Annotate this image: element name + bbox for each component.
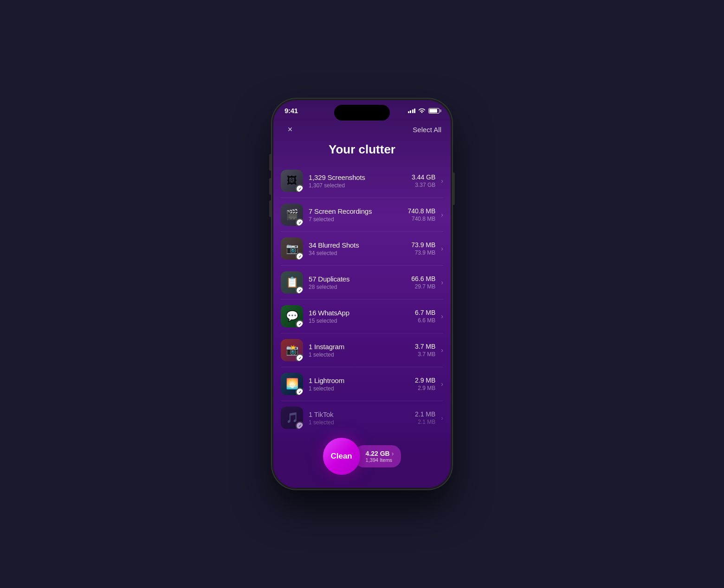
item-checkmark [296, 185, 303, 192]
item-size-selected: 2.1 MB [415, 419, 435, 425]
item-name: 34 Blurred Shots [309, 241, 411, 249]
item-size-selected: 3.37 GB [412, 182, 435, 188]
item-icon-wrapper: 📷 [281, 237, 303, 260]
chevron-right-icon: › [441, 177, 443, 185]
close-button[interactable]: × [283, 122, 297, 137]
item-subtitle: 1,307 selected [309, 182, 412, 189]
chevron-right-icon: › [441, 380, 443, 388]
item-info: 1 Instagram 1 selected [309, 343, 415, 358]
checkmark-icon [297, 355, 303, 361]
item-icon-wrapper: 📋 [281, 271, 303, 294]
item-name: 1,329 Screenshots [309, 173, 412, 181]
item-size-info: 2.1 MB 2.1 MB [415, 410, 435, 425]
summary-items: 1,394 Items [366, 457, 392, 463]
item-size-total: 740.8 MB [407, 207, 435, 215]
item-info: 1 Lightroom 1 selected [309, 377, 415, 392]
item-size-selected: 73.9 MB [411, 249, 435, 256]
item-size-total: 73.9 MB [411, 241, 435, 249]
item-icon-wrapper: 🎬 [281, 204, 303, 226]
item-subtitle: 28 selected [309, 284, 411, 290]
item-size-total: 3.44 GB [412, 173, 435, 181]
checkmark-icon [297, 422, 303, 429]
summary-chevron-icon: › [392, 450, 394, 457]
chevron-right-icon: › [441, 279, 443, 286]
item-size-selected: 29.7 MB [411, 283, 435, 290]
battery-icon [428, 108, 440, 114]
item-size-info: 3.7 MB 3.7 MB [415, 343, 435, 358]
item-info: 57 Duplicates 28 selected [309, 275, 411, 290]
list-item[interactable]: 📸 1 Instagram 1 selected 3.7 MB 3.7 MB › [281, 333, 443, 367]
item-icon-wrapper: 💬 [281, 305, 303, 327]
phone-frame: 9:41 × Select All Your clutter [272, 98, 452, 490]
item-size-info: 6.7 MB 6.6 MB [415, 309, 435, 324]
list-item[interactable]: 🖼 1,329 Screenshots 1,307 selected 3.44 … [281, 164, 443, 198]
item-info: 16 WhatsApp 15 selected [309, 309, 415, 324]
item-checkmark [296, 354, 303, 361]
item-info: 7 Screen Recordings 7 selected [309, 207, 407, 223]
dynamic-island [334, 105, 390, 121]
item-checkmark [296, 388, 303, 395]
clean-button[interactable]: Clean [323, 438, 360, 475]
checkmark-icon [297, 253, 303, 260]
summary-size: 4.22 GB [366, 450, 390, 457]
item-subtitle: 7 selected [309, 216, 407, 223]
status-time: 9:41 [284, 107, 298, 115]
chevron-right-icon: › [441, 211, 443, 218]
item-size-info: 740.8 MB 740.8 MB [407, 207, 435, 222]
item-subtitle: 1 selected [309, 385, 415, 392]
item-size-selected: 3.7 MB [415, 351, 435, 358]
checkmark-icon [297, 287, 303, 294]
list-item[interactable]: 📷 34 Blurred Shots 34 selected 73.9 MB 7… [281, 232, 443, 266]
item-subtitle: 15 selected [309, 318, 415, 324]
item-size-selected: 2.9 MB [415, 385, 435, 391]
item-name: 1 Lightroom [309, 377, 415, 384]
item-icon-wrapper: 🎵 [281, 407, 303, 429]
item-size-selected: 6.6 MB [415, 317, 435, 324]
item-name: 7 Screen Recordings [309, 207, 407, 215]
item-info: 1 TikTok 1 selected [309, 410, 415, 426]
chevron-right-icon: › [441, 414, 443, 422]
checkmark-icon [297, 185, 303, 192]
summary-pill[interactable]: 4.22 GB › 1,394 Items [355, 445, 401, 467]
item-icon-wrapper: 📸 [281, 339, 303, 361]
item-size-info: 2.9 MB 2.9 MB [415, 377, 435, 391]
item-size-total: 6.7 MB [415, 309, 435, 316]
signal-icon [408, 109, 416, 113]
item-size-selected: 740.8 MB [407, 216, 435, 222]
list-item[interactable]: 💬 16 WhatsApp 15 selected 6.7 MB 6.6 MB … [281, 300, 443, 333]
item-checkmark [296, 218, 303, 226]
item-subtitle: 1 selected [309, 419, 415, 426]
chevron-right-icon: › [441, 245, 443, 252]
item-name: 1 TikTok [309, 410, 415, 418]
item-info: 1,329 Screenshots 1,307 selected [309, 173, 412, 189]
item-size-info: 73.9 MB 73.9 MB [411, 241, 435, 256]
item-size-info: 3.44 GB 3.37 GB [412, 173, 435, 188]
checkmark-icon [297, 389, 303, 395]
item-name: 57 Duplicates [309, 275, 411, 283]
item-subtitle: 1 selected [309, 352, 415, 358]
page-title: Your clutter [273, 139, 451, 164]
item-icon-wrapper: 🌅 [281, 373, 303, 395]
item-size-total: 2.1 MB [415, 410, 435, 418]
item-size-total: 3.7 MB [415, 343, 435, 350]
select-all-button[interactable]: Select All [413, 126, 441, 134]
list-item[interactable]: 🌅 1 Lightroom 1 selected 2.9 MB 2.9 MB › [281, 367, 443, 401]
item-checkmark [296, 286, 303, 294]
item-info: 34 Blurred Shots 34 selected [309, 241, 411, 256]
item-size-info: 66.6 MB 29.7 MB [411, 275, 435, 290]
item-checkmark [296, 422, 303, 429]
bottom-bar: Clean 4.22 GB › 1,394 Items [273, 432, 451, 488]
list-item[interactable]: 🎵 1 TikTok 1 selected 2.1 MB 2.1 MB › [281, 401, 443, 435]
list-item[interactable]: 📋 57 Duplicates 28 selected 66.6 MB 29.7… [281, 266, 443, 300]
item-name: 16 WhatsApp [309, 309, 415, 317]
list-item[interactable]: 🎬 7 Screen Recordings 7 selected 740.8 M… [281, 198, 443, 232]
item-size-total: 2.9 MB [415, 377, 435, 384]
chevron-right-icon: › [441, 313, 443, 320]
item-subtitle: 34 selected [309, 250, 411, 256]
status-icons [408, 108, 440, 114]
wifi-icon [418, 108, 426, 114]
item-name: 1 Instagram [309, 343, 415, 351]
chevron-right-icon: › [441, 346, 443, 354]
checkmark-icon [297, 321, 303, 327]
phone-screen: 9:41 × Select All Your clutter [273, 100, 451, 488]
